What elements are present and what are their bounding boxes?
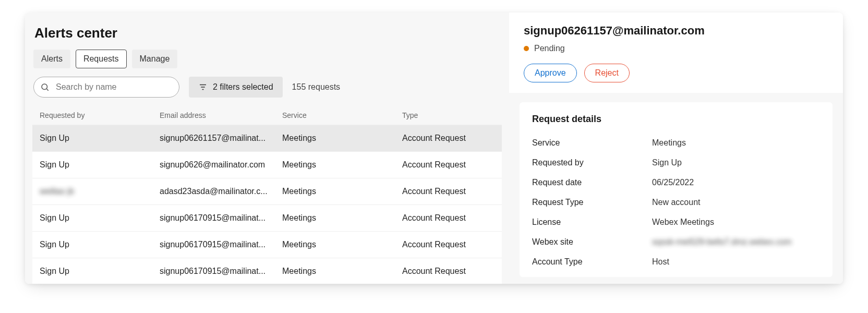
status-dot-icon [524,46,529,51]
cell-requested-by: weiliao jb [40,187,160,196]
table-row[interactable]: Sign Upsignup06170915@mailinat...Meeting… [32,258,502,284]
search-input[interactable] [55,82,173,92]
detail-value: Host [652,257,820,267]
detail-key: Request Type [532,198,652,207]
detail-key: Service [532,138,652,148]
detail-row: LicenseWebex Meetings [532,212,820,232]
results-count: 155 requests [292,82,341,92]
page-title: Alerts center [34,25,502,41]
cell-type: Account Request [402,213,495,223]
filters-button[interactable]: 2 filters selected [189,77,283,98]
alerts-center-card: Alerts center AlertsRequestsManage [25,13,843,284]
col-requested-by[interactable]: Requested by [40,111,160,119]
tab-alerts[interactable]: Alerts [33,50,70,68]
cell-email: signup06170915@mailinat... [160,240,282,249]
cell-service: Meetings [282,240,402,249]
cell-requested-by: Sign Up [40,213,160,223]
request-details-card: Request details ServiceMeetingsRequested… [520,102,833,277]
col-service[interactable]: Service [282,111,402,119]
cell-type: Account Request [402,160,495,170]
cell-requested-by: Sign Up [40,267,160,276]
cell-service: Meetings [282,187,402,196]
table-row[interactable]: weiliao jbadasd23asda@mailinator.c...Mee… [32,178,502,204]
detail-key: Account Type [532,257,652,267]
details-section-title: Request details [532,114,820,125]
detail-row: ServiceMeetings [532,133,820,153]
svg-point-0 [42,84,47,90]
tabs-row: AlertsRequestsManage [33,50,502,68]
detail-title: signup06261157@mailinator.com [524,24,828,38]
detail-key: License [532,218,652,227]
cell-type: Account Request [402,267,495,276]
tab-manage[interactable]: Manage [132,50,178,68]
search-icon [40,82,50,92]
detail-key: Request date [532,178,652,187]
col-email[interactable]: Email address [160,111,282,119]
table-header: Requested by Email address Service Type [32,106,502,125]
search-box[interactable] [33,77,179,98]
cell-email: signup0626@mailinator.com [160,160,282,170]
detail-key: Webex site [532,237,652,247]
detail-value: New account [652,198,820,207]
toolbar: 2 filters selected 155 requests [33,77,502,98]
detail-value: sqssk-met529-belts7.dmz.webex.com [652,237,820,247]
table-row[interactable]: Sign Upsignup06261157@mailinat...Meeting… [32,125,502,151]
cell-service: Meetings [282,134,402,143]
detail-value: 06/25/2022 [652,178,820,187]
detail-row: Request TypeNew account [532,192,820,212]
cell-requested-by: Sign Up [40,134,160,143]
detail-row: Account TypeHost [532,252,820,272]
table-row[interactable]: Sign Upsignup06170915@mailinat...Meeting… [32,204,502,231]
cell-type: Account Request [402,134,495,143]
alerts-left-panel: Alerts center AlertsRequestsManage [25,13,509,284]
detail-value: Sign Up [652,158,820,167]
cell-email: signup06170915@mailinat... [160,213,282,223]
detail-key: Requested by [532,158,652,167]
table-row[interactable]: Sign Upsignup0626@mailinator.comMeetings… [32,151,502,178]
cell-service: Meetings [282,213,402,223]
detail-row: Webex sitesqssk-met529-belts7.dmz.webex.… [532,232,820,252]
filter-icon [198,82,208,92]
cell-requested-by: Sign Up [40,240,160,249]
detail-row: Requested bySign Up [532,153,820,173]
detail-row: Request date06/25/2022 [532,173,820,192]
detail-header: signup06261157@mailinator.com Pending Ap… [509,13,843,93]
approve-button[interactable]: Approve [524,64,577,82]
cell-requested-by: Sign Up [40,160,160,170]
detail-status: Pending [524,44,828,53]
table-row[interactable]: Sign Upsignup06170915@mailinat...Meeting… [32,231,502,258]
reject-button[interactable]: Reject [584,64,630,82]
cell-email: adasd23asda@mailinator.c... [160,187,282,196]
cell-email: signup06261157@mailinat... [160,134,282,143]
requests-table: Requested by Email address Service Type … [32,106,502,284]
cell-email: signup06170915@mailinat... [160,267,282,276]
filters-label: 2 filters selected [213,82,273,92]
cell-service: Meetings [282,267,402,276]
svg-line-1 [46,89,48,90]
detail-actions: Approve Reject [524,64,828,82]
cell-type: Account Request [402,187,495,196]
detail-value: Webex Meetings [652,218,820,227]
cell-service: Meetings [282,160,402,170]
request-detail-panel: signup06261157@mailinator.com Pending Ap… [509,13,843,284]
col-type[interactable]: Type [402,111,495,119]
cell-type: Account Request [402,240,495,249]
detail-value: Meetings [652,138,820,148]
status-label: Pending [534,44,565,53]
tab-requests[interactable]: Requests [76,50,127,68]
